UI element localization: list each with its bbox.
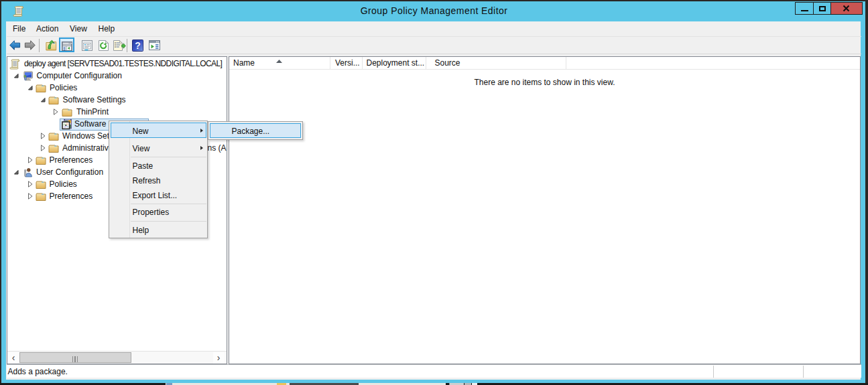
svg-text:?: ? <box>135 40 141 51</box>
